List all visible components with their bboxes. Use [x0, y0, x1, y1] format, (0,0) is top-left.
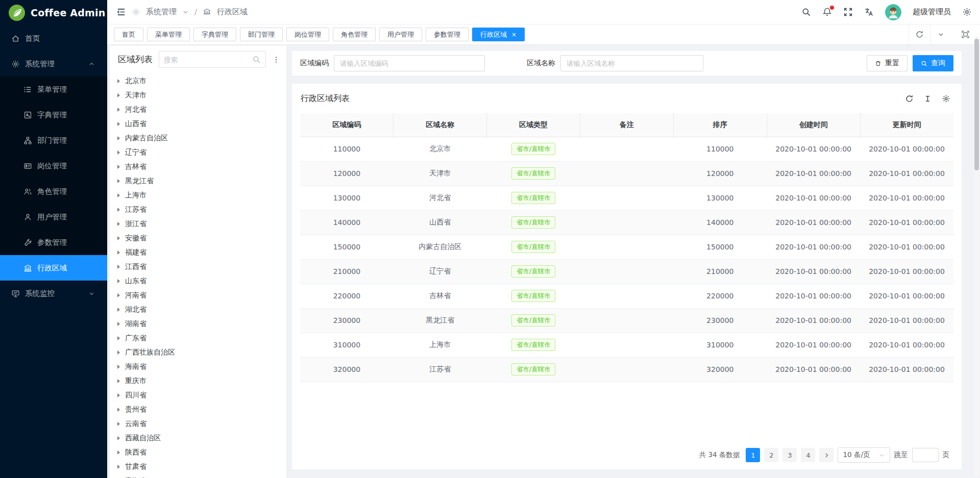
- page-button-1[interactable]: 1: [746, 448, 760, 462]
- tree-item-15[interactable]: 河南省: [110, 288, 286, 303]
- tree-item-3[interactable]: 山西省: [110, 117, 286, 131]
- tree-item-11[interactable]: 安徽省: [110, 231, 286, 245]
- sidebar-item-dept[interactable]: 部门管理: [0, 128, 107, 153]
- sidebar-item-system[interactable]: 系统管理: [0, 51, 107, 77]
- table-row-0[interactable]: 110000北京市省市/直辖市1100002020-10-01 00:00:00…: [300, 137, 953, 161]
- tab-6[interactable]: 用户管理: [379, 28, 422, 41]
- tree-item-24[interactable]: 云南省: [110, 417, 286, 431]
- caret-right-icon[interactable]: [117, 322, 120, 326]
- tree-item-7[interactable]: 黑龙江省: [110, 174, 286, 188]
- caret-right-icon[interactable]: [117, 208, 120, 212]
- sidebar-item-monitor[interactable]: 系统监控: [0, 281, 107, 306]
- name-field[interactable]: [560, 55, 703, 71]
- caret-right-icon[interactable]: [117, 150, 120, 155]
- tree-item-14[interactable]: 山东省: [110, 274, 286, 288]
- caret-right-icon[interactable]: [117, 408, 120, 412]
- caret-right-icon[interactable]: [117, 193, 120, 197]
- table-row-4[interactable]: 150000内蒙古自治区省市/直辖市1500002020-10-01 00:00…: [300, 235, 953, 259]
- table-row-1[interactable]: 120000天津市省市/直辖市1200002020-10-01 00:00:00…: [300, 161, 953, 186]
- tree-item-0[interactable]: 北京市: [110, 74, 286, 88]
- tab-1[interactable]: 菜单管理: [147, 28, 190, 41]
- tree-item-2[interactable]: 河北省: [110, 103, 286, 117]
- caret-right-icon[interactable]: [117, 308, 120, 312]
- page-button-3[interactable]: 3: [782, 448, 797, 462]
- caret-right-icon[interactable]: [117, 165, 120, 169]
- tab-7[interactable]: 参数管理: [426, 28, 469, 41]
- search-icon[interactable]: [252, 55, 261, 64]
- sidebar-collapse-icon[interactable]: [116, 7, 126, 17]
- tab-close-icon[interactable]: ×: [511, 32, 517, 38]
- search-button[interactable]: 查询: [913, 55, 953, 71]
- tree-item-21[interactable]: 重庆市: [110, 374, 286, 388]
- table-row-6[interactable]: 220000吉林省省市/直辖市2200002020-10-01 00:00:00…: [300, 284, 953, 308]
- sidebar-item-region[interactable]: 行政区域: [0, 255, 107, 281]
- table-row-8[interactable]: 310000上海市省市/直辖市3100002020-10-01 00:00:00…: [300, 333, 953, 357]
- tree-item-6[interactable]: 吉林省: [110, 160, 286, 174]
- avatar[interactable]: [885, 4, 901, 20]
- jump-page-input[interactable]: [912, 448, 939, 462]
- caret-right-icon[interactable]: [117, 279, 120, 283]
- reset-button[interactable]: 重置: [867, 55, 908, 71]
- tree-item-5[interactable]: 辽宁省: [110, 145, 286, 160]
- refresh-tab-button[interactable]: [909, 24, 930, 44]
- user-name[interactable]: 超级管理员: [913, 7, 951, 17]
- table-row-2[interactable]: 130000河北省省市/直辖市1300002020-10-01 00:00:00…: [300, 186, 953, 210]
- caret-right-icon[interactable]: [117, 436, 120, 440]
- next-page-button[interactable]: [819, 448, 834, 462]
- code-field[interactable]: [334, 55, 485, 71]
- caret-right-icon[interactable]: [117, 122, 120, 126]
- search-icon[interactable]: [801, 7, 811, 17]
- sidebar-item-dict[interactable]: 字典管理: [0, 102, 107, 128]
- tree-item-8[interactable]: 上海市: [110, 188, 286, 203]
- caret-right-icon[interactable]: [117, 93, 120, 97]
- table-row-9[interactable]: 320000江苏省省市/直辖市3200002020-10-01 00:00:00…: [300, 357, 953, 382]
- caret-right-icon[interactable]: [117, 422, 120, 426]
- notifications-button[interactable]: [822, 7, 832, 17]
- tree-item-28[interactable]: 青海省: [110, 474, 286, 478]
- tree-item-22[interactable]: 四川省: [110, 388, 286, 402]
- caret-right-icon[interactable]: [117, 379, 120, 383]
- table-row-3[interactable]: 140000山西省省市/直辖市1400002020-10-01 00:00:00…: [300, 210, 953, 235]
- caret-right-icon[interactable]: [117, 450, 120, 455]
- tab-4[interactable]: 岗位管理: [286, 28, 329, 41]
- tab-0[interactable]: 首页: [114, 28, 143, 41]
- column-settings-gear-icon[interactable]: [942, 94, 950, 103]
- tab-8[interactable]: 行政区域×: [472, 28, 525, 41]
- fullscreen-icon[interactable]: [843, 7, 853, 17]
- tab-options-button[interactable]: [930, 24, 951, 44]
- tree-item-23[interactable]: 贵州省: [110, 402, 286, 417]
- tree-item-18[interactable]: 广东省: [110, 331, 286, 345]
- page-size-select[interactable]: 10 条/页: [838, 447, 890, 463]
- tab-2[interactable]: 字典管理: [193, 28, 236, 41]
- table-row-7[interactable]: 230000黑龙江省省市/直辖市2300002020-10-01 00:00:0…: [300, 308, 953, 333]
- caret-right-icon[interactable]: [117, 236, 120, 240]
- sidebar-item-user[interactable]: 用户管理: [0, 204, 107, 230]
- tab-3[interactable]: 部门管理: [240, 28, 283, 41]
- sidebar-item-home[interactable]: 首页: [0, 26, 107, 51]
- caret-right-icon[interactable]: [117, 79, 120, 83]
- sidebar-item-menu[interactable]: 菜单管理: [0, 77, 107, 102]
- app-logo[interactable]: Coffee Admin: [0, 0, 107, 26]
- settings-gear-icon[interactable]: [962, 7, 972, 17]
- tree-item-13[interactable]: 江西省: [110, 260, 286, 274]
- refresh-icon[interactable]: [905, 94, 914, 103]
- tree-item-17[interactable]: 湖南省: [110, 317, 286, 331]
- tree-item-12[interactable]: 福建省: [110, 245, 286, 260]
- caret-right-icon[interactable]: [117, 222, 120, 226]
- sidebar-item-post[interactable]: 岗位管理: [0, 153, 107, 179]
- breadcrumb-section[interactable]: 系统管理: [146, 7, 177, 17]
- caret-right-icon[interactable]: [117, 108, 120, 112]
- tree-item-19[interactable]: 广西壮族自治区: [110, 345, 286, 360]
- page-button-2[interactable]: 2: [764, 448, 778, 462]
- scrollbar-thumb[interactable]: [974, 39, 979, 170]
- tree-item-1[interactable]: 天津市: [110, 88, 286, 103]
- caret-right-icon[interactable]: [117, 465, 120, 469]
- caret-right-icon[interactable]: [117, 136, 120, 140]
- tab-5[interactable]: 角色管理: [333, 28, 376, 41]
- tree-item-20[interactable]: 海南省: [110, 360, 286, 374]
- tree-item-16[interactable]: 湖北省: [110, 303, 286, 317]
- tree-item-25[interactable]: 西藏自治区: [110, 431, 286, 445]
- sidebar-item-param[interactable]: 参数管理: [0, 230, 107, 255]
- row-height-icon[interactable]: [923, 94, 932, 103]
- table-row-5[interactable]: 210000辽宁省省市/直辖市2100002020-10-01 00:00:00…: [300, 259, 953, 284]
